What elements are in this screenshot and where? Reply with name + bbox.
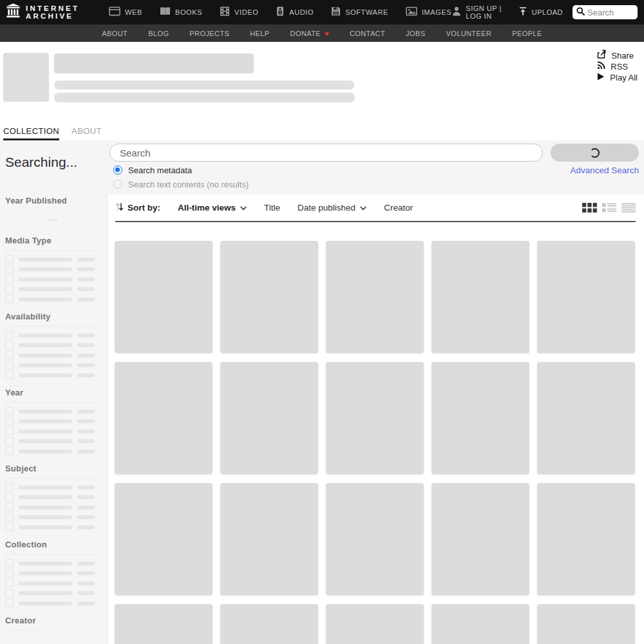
facet-checkbox-placeholder	[5, 599, 14, 607]
subnav-donate[interactable]: DONATE ♥	[290, 30, 329, 37]
facet-label-placeholder	[19, 515, 72, 519]
collection-thumbnail-placeholder	[3, 53, 49, 102]
compact-view-icon[interactable]	[621, 203, 636, 213]
navbar-search-box[interactable]	[573, 5, 638, 19]
sort-option-all-time-views[interactable]: All-time views	[178, 203, 247, 213]
facet-skeleton-row	[5, 503, 95, 511]
sort-option-title[interactable]: Title	[264, 203, 280, 213]
facet-count-placeholder	[77, 298, 95, 301]
facet-checkbox-placeholder	[5, 331, 14, 339]
upload-link[interactable]: UPLOAD	[518, 6, 563, 19]
facet-loading-ellipsis: ...	[5, 214, 102, 221]
subnav-projects[interactable]: PROJECTS	[189, 30, 229, 37]
facet-count-placeholder	[77, 450, 95, 453]
nav-images[interactable]: IMAGES	[406, 6, 451, 19]
rss-button[interactable]: RSS	[597, 62, 638, 71]
result-tile-placeholder[interactable]	[537, 604, 635, 644]
search-text-contents-option[interactable]: Search text contents (no results)	[113, 180, 249, 189]
result-tile-placeholder[interactable]	[220, 604, 318, 644]
tab-about[interactable]: ABOUT	[71, 126, 102, 140]
subnav-blog[interactable]: BLOG	[148, 30, 169, 37]
collection-tabs: COLLECTION ABOUT	[0, 124, 644, 140]
collection-search-input[interactable]	[109, 144, 543, 162]
facet-checkbox-placeholder	[5, 407, 14, 415]
internet-archive-logo[interactable]: INTERNET ARCHIVE	[5, 3, 79, 21]
facet-label-placeholder	[19, 562, 72, 565]
sort-option-date-published[interactable]: Date published	[298, 203, 366, 213]
sort-direction-icon[interactable]	[115, 202, 124, 214]
facet-count-placeholder	[77, 439, 95, 443]
result-tile-placeholder[interactable]	[115, 362, 213, 474]
collection-header: Share RSS Play All	[0, 42, 644, 124]
facet-count-placeholder	[77, 506, 95, 509]
subnav-volunteer[interactable]: VOLUNTEER	[446, 30, 491, 37]
result-tile-placeholder[interactable]	[220, 483, 318, 595]
facet-divider	[5, 326, 102, 327]
audio-icon	[276, 6, 285, 19]
facet-divider	[5, 554, 102, 554]
facet-label-placeholder	[19, 258, 72, 261]
result-tile-placeholder[interactable]	[431, 483, 529, 595]
facet-skeleton-row	[5, 437, 95, 446]
radio-disabled-icon[interactable]	[113, 180, 122, 189]
nav-software[interactable]: SOFTWARE	[331, 6, 388, 19]
collection-search-button[interactable]	[551, 144, 639, 162]
facet-skeleton-row	[5, 295, 95, 303]
grid-view-icon[interactable]	[582, 203, 597, 213]
subnav-contact[interactable]: CONTACT	[350, 30, 385, 37]
facet-checkbox-placeholder	[5, 275, 14, 283]
share-button[interactable]: Share	[597, 51, 638, 60]
nav-audio[interactable]: AUDIO	[276, 6, 314, 19]
tab-collection[interactable]: COLLECTION	[3, 126, 59, 140]
facet-label-placeholder	[19, 267, 72, 271]
nav-video[interactable]: VIDEO	[220, 6, 258, 19]
facet-count-placeholder	[77, 343, 95, 347]
sort-option-creator[interactable]: Creator	[384, 203, 413, 213]
facet-checkbox-placeholder	[5, 513, 14, 522]
result-tile-placeholder[interactable]	[326, 241, 424, 353]
facet-checkbox-placeholder	[5, 579, 14, 587]
list-view-icon[interactable]	[602, 203, 616, 213]
radio-selected-icon[interactable]	[113, 166, 122, 175]
facet-label-placeholder	[19, 287, 72, 291]
result-tile-placeholder[interactable]	[115, 604, 213, 644]
search-metadata-option[interactable]: Search metadata	[113, 166, 192, 175]
navbar-right-cluster: SIGN UP | LOG IN UPLOAD	[451, 5, 638, 20]
facet-checkbox-placeholder	[5, 559, 14, 567]
result-tile-placeholder[interactable]	[431, 241, 529, 353]
top-navbar: INTERNET ARCHIVE WEB BOOKS	[0, 0, 644, 24]
result-tile-placeholder[interactable]	[115, 483, 213, 595]
facet-count-placeholder	[77, 562, 95, 565]
navbar-search-input[interactable]	[587, 8, 634, 17]
facet-collection: Collection	[5, 540, 102, 607]
facet-subject: Subject	[5, 464, 102, 531]
subnav-jobs[interactable]: JOBS	[406, 30, 425, 37]
result-tile-placeholder[interactable]	[326, 362, 424, 474]
advanced-search-link[interactable]: Advanced Search	[570, 166, 639, 175]
result-tile-placeholder[interactable]	[326, 604, 424, 644]
subnav-help[interactable]: HELP	[250, 30, 269, 37]
nav-books[interactable]: BOOKS	[160, 6, 202, 19]
facet-label-placeholder	[19, 450, 72, 453]
facet-divider	[5, 250, 102, 251]
result-tile-placeholder[interactable]	[537, 362, 635, 474]
search-icon	[576, 6, 585, 18]
result-tile-placeholder[interactable]	[220, 241, 318, 353]
result-tile-placeholder[interactable]	[431, 604, 529, 644]
facet-skeleton-row	[5, 513, 95, 522]
result-tile-placeholder[interactable]	[537, 241, 635, 353]
result-tile-placeholder[interactable]	[431, 362, 529, 474]
result-tile-placeholder[interactable]	[115, 241, 213, 353]
nav-web[interactable]: WEB	[109, 6, 142, 19]
play-all-button[interactable]: Play All	[597, 73, 638, 82]
subnav-about[interactable]: ABOUT	[102, 30, 128, 37]
subnav-people[interactable]: PEOPLE	[512, 30, 542, 37]
facet-skeleton-row	[5, 351, 95, 359]
logo-wordmark: INTERNET ARCHIVE	[26, 5, 79, 21]
play-icon	[597, 71, 605, 83]
signup-login-link[interactable]: SIGN UP | LOG IN	[451, 5, 507, 20]
result-tile-placeholder[interactable]	[220, 362, 318, 474]
result-tile-placeholder[interactable]	[326, 483, 424, 595]
result-tile-placeholder[interactable]	[537, 483, 635, 595]
upload-icon	[518, 6, 528, 19]
